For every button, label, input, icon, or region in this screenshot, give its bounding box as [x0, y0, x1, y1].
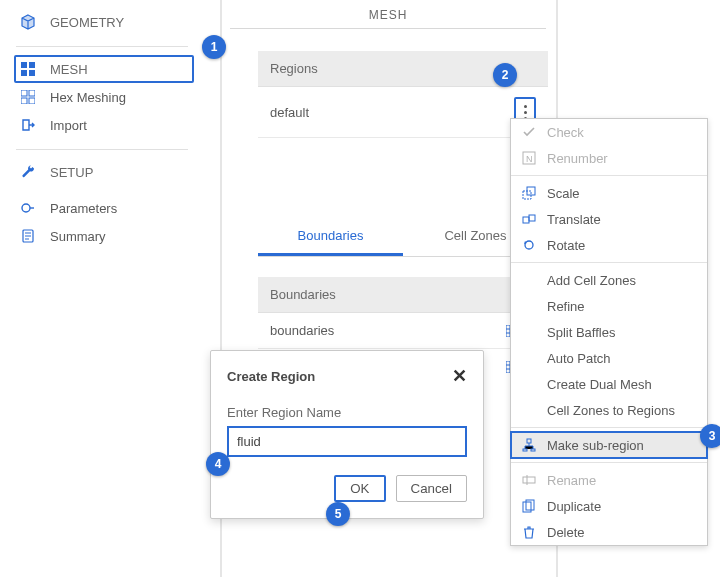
svg-rect-18	[531, 449, 535, 451]
ctx-translate[interactable]: Translate	[511, 206, 707, 232]
svg-text:N: N	[526, 154, 533, 164]
dialog-title: Create Region	[227, 369, 315, 384]
ctx-rename[interactable]: Rename	[511, 467, 707, 493]
check-icon	[521, 124, 537, 140]
duplicate-icon	[521, 498, 537, 514]
separator	[16, 149, 188, 150]
import-icon	[20, 117, 36, 133]
sidebar-item-summary[interactable]: Summary	[0, 222, 204, 250]
svg-rect-3	[29, 70, 35, 76]
sidebar-label: Parameters	[50, 201, 117, 216]
ctx-label: Check	[547, 125, 584, 140]
tab-boundaries[interactable]: Boundaries	[258, 218, 403, 256]
hex-icon	[20, 89, 36, 105]
ctx-cell-zones-to-regions[interactable]: Cell Zones to Regions	[511, 397, 707, 423]
svg-point-8	[22, 204, 30, 212]
wrench-icon	[20, 164, 36, 180]
ctx-label: Cell Zones to Regions	[547, 403, 675, 418]
rename-icon	[521, 472, 537, 488]
tabs: Boundaries Cell Zones	[258, 218, 548, 257]
step-badge-1: 1	[202, 35, 226, 59]
sidebar-item-mesh[interactable]: MESH	[14, 55, 194, 83]
close-icon[interactable]: ✕	[452, 365, 467, 387]
ctx-label: Scale	[547, 186, 580, 201]
ctx-label: Renumber	[547, 151, 608, 166]
grid-icon	[20, 61, 36, 77]
ctx-label: Duplicate	[547, 499, 601, 514]
step-badge-2: 2	[493, 63, 517, 87]
sidebar-label: Hex Meshing	[50, 90, 126, 105]
svg-rect-1	[29, 62, 35, 68]
ctx-label: Add Cell Zones	[547, 273, 636, 288]
svg-rect-19	[523, 477, 535, 483]
dialog-label: Enter Region Name	[227, 405, 467, 420]
ctx-label: Refine	[547, 299, 585, 314]
sidebar-item-parameters[interactable]: Parameters	[0, 194, 204, 222]
sidebar-label: SETUP	[50, 165, 93, 180]
svg-rect-14	[523, 217, 529, 223]
svg-rect-15	[529, 215, 535, 221]
page-title: MESH	[230, 0, 546, 29]
ctx-label: Translate	[547, 212, 601, 227]
sidebar-label: GEOMETRY	[50, 15, 124, 30]
svg-rect-6	[21, 98, 27, 104]
sidebar-item-setup[interactable]: SETUP	[0, 158, 204, 186]
separator	[511, 427, 707, 428]
sidebar: GEOMETRY MESH Hex Meshing Import SETUP P…	[0, 0, 205, 577]
svg-rect-17	[523, 449, 527, 451]
separator	[511, 262, 707, 263]
svg-rect-7	[29, 98, 35, 104]
ctx-make-sub-region[interactable]: Make sub-region	[511, 432, 707, 458]
step-badge-5: 5	[326, 502, 350, 526]
region-name-input[interactable]	[227, 426, 467, 457]
cube-icon	[20, 14, 36, 30]
boundaries-header: Boundaries	[258, 277, 548, 313]
svg-rect-16	[527, 439, 531, 443]
boundary-row[interactable]: boundaries ▾	[258, 313, 548, 349]
context-menu: Check N Renumber Scale Translate Rotate …	[510, 118, 708, 546]
svg-rect-4	[21, 90, 27, 96]
sidebar-item-hexmeshing[interactable]: Hex Meshing	[0, 83, 204, 111]
step-badge-3: 3	[700, 424, 720, 448]
separator	[16, 46, 188, 47]
region-row[interactable]: default	[258, 87, 548, 138]
parameters-icon	[20, 200, 36, 216]
translate-icon	[521, 211, 537, 227]
ctx-label: Split Baffles	[547, 325, 615, 340]
ctx-label: Delete	[547, 525, 585, 540]
ctx-renumber[interactable]: N Renumber	[511, 145, 707, 171]
sidebar-item-import[interactable]: Import	[0, 111, 204, 139]
scale-icon	[521, 185, 537, 201]
svg-rect-2	[21, 70, 27, 76]
ctx-scale[interactable]: Scale	[511, 180, 707, 206]
delete-icon	[521, 524, 537, 540]
renumber-icon: N	[521, 150, 537, 166]
sidebar-label: Import	[50, 118, 87, 133]
ctx-label: Make sub-region	[547, 438, 644, 453]
rotate-icon	[521, 237, 537, 253]
sidebar-item-geometry[interactable]: GEOMETRY	[0, 8, 204, 36]
sidebar-label: MESH	[50, 62, 88, 77]
svg-rect-0	[21, 62, 27, 68]
ok-button[interactable]: OK	[334, 475, 385, 502]
ctx-split-baffles[interactable]: Split Baffles	[511, 319, 707, 345]
create-region-dialog: Create Region ✕ Enter Region Name OK Can…	[210, 350, 484, 519]
separator	[511, 462, 707, 463]
ctx-auto-patch[interactable]: Auto Patch	[511, 345, 707, 371]
ctx-label: Rotate	[547, 238, 585, 253]
ctx-create-dual-mesh[interactable]: Create Dual Mesh	[511, 371, 707, 397]
ctx-label: Create Dual Mesh	[547, 377, 652, 392]
ctx-delete[interactable]: Delete	[511, 519, 707, 545]
ctx-check[interactable]: Check	[511, 119, 707, 145]
step-badge-4: 4	[206, 452, 230, 476]
summary-icon	[20, 228, 36, 244]
separator	[511, 175, 707, 176]
subregion-icon	[521, 437, 537, 453]
ctx-duplicate[interactable]: Duplicate	[511, 493, 707, 519]
svg-rect-5	[29, 90, 35, 96]
ctx-add-cell-zones[interactable]: Add Cell Zones	[511, 267, 707, 293]
ctx-label: Auto Patch	[547, 351, 611, 366]
ctx-refine[interactable]: Refine	[511, 293, 707, 319]
cancel-button[interactable]: Cancel	[396, 475, 468, 502]
ctx-rotate[interactable]: Rotate	[511, 232, 707, 258]
